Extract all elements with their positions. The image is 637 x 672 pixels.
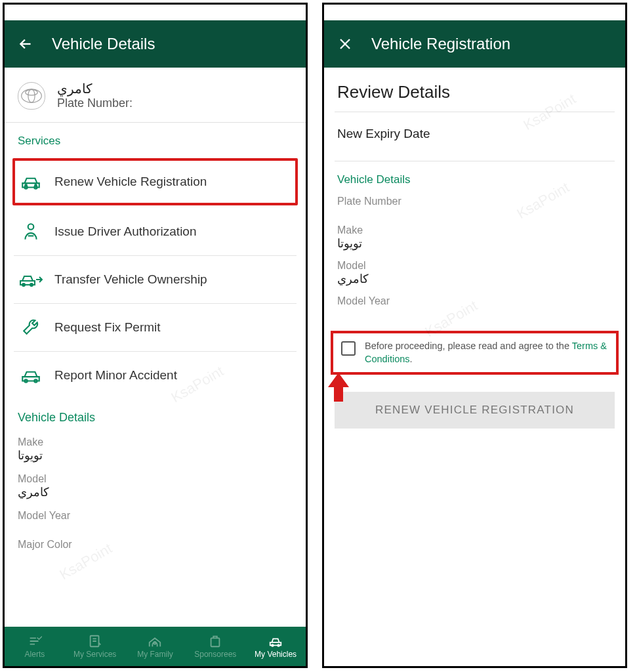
make-label: Make (337, 224, 612, 236)
svg-point-5 (25, 184, 27, 186)
vehicle-details-block: Vehicle Details Plate Number Make تويوتا… (324, 161, 625, 307)
car-arrow-icon (18, 269, 44, 290)
service-transfer-ownership[interactable]: Transfer Vehicle Ownership (14, 256, 297, 304)
details-header: Vehicle Details (337, 173, 612, 186)
plate-label: Plate Number (337, 196, 612, 207)
service-label: Renew Vehicle Registration (54, 175, 207, 189)
vehicle-details-block: Vehicle Details Make تويوتا Model كامري … (5, 399, 306, 555)
make-value: تويوتا (337, 236, 612, 251)
appbar-title: Vehicle Registration (371, 35, 510, 53)
brand-logo-icon (18, 82, 45, 110)
service-label: Request Fix Permit (54, 320, 161, 335)
model-label: Model (337, 260, 612, 272)
review-title: Review Details (324, 68, 625, 112)
plate-label: Plate Number: (57, 96, 133, 110)
appbar: Vehicle Registration (324, 20, 625, 68)
svg-point-2 (26, 89, 38, 95)
services-header: Services (5, 123, 306, 148)
appbar-title: Vehicle Details (52, 35, 155, 53)
terms-text: Before proceeding, please read and agree… (365, 340, 608, 366)
tab-my-services[interactable]: My Services (65, 634, 125, 659)
car-icon (18, 171, 44, 192)
model-value: كامري (337, 272, 612, 286)
content-area: كامري Plate Number: Services Renew Vehic… (5, 68, 306, 666)
screen-vehicle-registration: Vehicle Registration Review Details New … (322, 3, 627, 668)
tab-my-family[interactable]: My Family (125, 634, 186, 659)
renew-button[interactable]: RENEW VEHICLE REGISTRATION (335, 392, 615, 429)
back-icon[interactable] (16, 35, 35, 53)
svg-rect-14 (211, 638, 220, 646)
terms-agreement: Before proceeding, please read and agree… (331, 331, 619, 375)
tab-label: My Vehicles (255, 650, 297, 659)
major-color-label: Major Color (18, 539, 293, 551)
tab-sponsorees[interactable]: Sponsorees (185, 634, 245, 659)
model-value: كامري (18, 485, 293, 499)
model-year-label: Model Year (18, 510, 293, 522)
vehicle-name: كامري (57, 81, 133, 96)
tab-my-vehicles[interactable]: My Vehicles (245, 634, 306, 659)
tab-label: My Family (137, 650, 173, 659)
vehicle-name-block: كامري Plate Number: (57, 81, 133, 110)
svg-point-6 (35, 184, 37, 186)
screen-vehicle-details: Vehicle Details كامري Plate Number: Serv… (3, 3, 308, 668)
tab-label: Alerts (25, 650, 45, 659)
vehicle-header: كامري Plate Number: (5, 68, 306, 123)
bottom-nav: Alerts My Services My Family Sponsorees … (5, 627, 306, 666)
terms-suffix: . (410, 354, 413, 364)
model-year-label: Model Year (337, 295, 612, 307)
svg-point-7 (28, 224, 34, 230)
services-list: Renew Vehicle Registration Issue Driver … (5, 148, 306, 399)
terms-checkbox[interactable] (341, 341, 356, 356)
person-icon (18, 221, 44, 242)
close-icon[interactable] (336, 35, 354, 53)
service-report-accident[interactable]: Report Minor Accident (14, 352, 297, 399)
make-label: Make (18, 436, 293, 448)
svg-point-1 (28, 89, 35, 102)
tab-alerts[interactable]: Alerts (5, 634, 65, 659)
wrench-icon (18, 317, 44, 338)
expiry-label: New Expiry Date (324, 112, 625, 161)
service-label: Transfer Vehicle Ownership (54, 272, 207, 287)
model-label: Model (18, 473, 293, 485)
appbar: Vehicle Details (5, 20, 306, 68)
make-value: تويوتا (18, 448, 293, 463)
tab-label: My Services (73, 650, 116, 659)
content-area: Review Details New Expiry Date Vehicle D… (324, 68, 625, 666)
service-fix-permit[interactable]: Request Fix Permit (14, 304, 297, 352)
car-alert-icon (18, 365, 44, 386)
details-header: Vehicle Details (18, 411, 293, 425)
svg-point-0 (22, 89, 42, 102)
service-label: Issue Driver Authorization (54, 224, 197, 239)
service-driver-authorization[interactable]: Issue Driver Authorization (14, 208, 297, 256)
tab-label: Sponsorees (194, 650, 236, 659)
service-label: Report Minor Accident (54, 368, 177, 383)
terms-prefix: Before proceeding, please read and agree… (365, 341, 572, 351)
service-renew-registration[interactable]: Renew Vehicle Registration (12, 158, 298, 205)
